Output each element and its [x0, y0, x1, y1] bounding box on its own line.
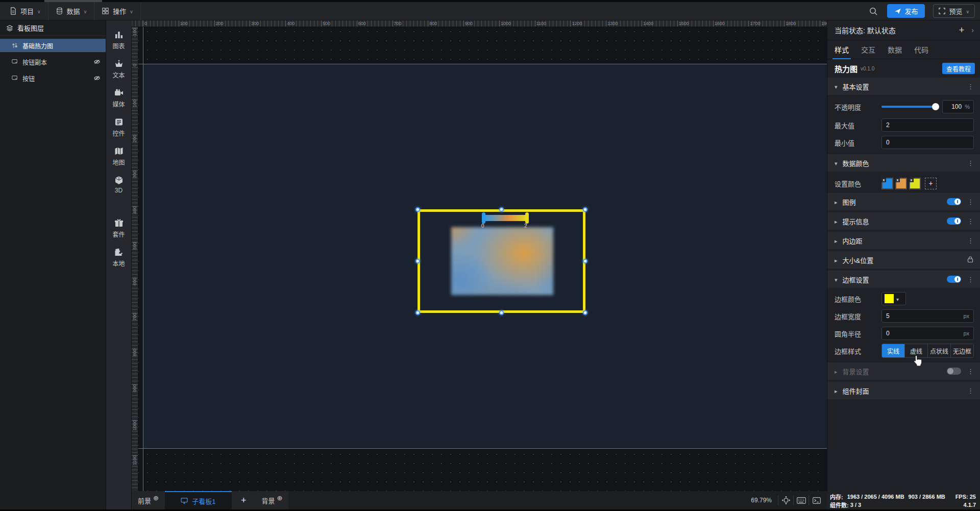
tab-data[interactable]: 数据: [888, 40, 902, 59]
eye-off-icon[interactable]: [93, 58, 101, 65]
fit-screen-icon[interactable]: [778, 495, 793, 505]
lock-icon[interactable]: [967, 256, 974, 264]
kebab-menu-icon[interactable]: [967, 368, 974, 375]
tutorial-button[interactable]: 查看教程: [942, 63, 975, 74]
section-padding[interactable]: 内边距: [827, 232, 980, 249]
toolbar-item-widgets[interactable]: 控件: [106, 113, 132, 142]
tooltip-toggle[interactable]: [947, 217, 961, 225]
color-swatch-orange[interactable]: x: [895, 178, 907, 189]
console-icon[interactable]: [808, 495, 824, 505]
kebab-menu-icon[interactable]: [967, 237, 974, 245]
toolbar-item-local[interactable]: 本地: [106, 243, 132, 272]
max-value-input[interactable]: 2: [881, 118, 974, 132]
resize-handle-se[interactable]: [583, 310, 587, 315]
swatch-remove-badge[interactable]: x: [881, 178, 886, 182]
section-tooltip[interactable]: 提示信息: [827, 212, 980, 230]
tab-style[interactable]: 样式: [835, 40, 849, 59]
opacity-row: 不透明度 100 %: [827, 97, 980, 116]
background-toggle[interactable]: [947, 368, 961, 375]
toolbar-item-map[interactable]: 地图: [106, 142, 132, 171]
layer-item-heatmap[interactable]: 基础热力图: [0, 39, 106, 52]
border-style-dashed[interactable]: 虚线: [904, 344, 927, 357]
resize-handle-ne[interactable]: [583, 207, 587, 212]
publish-button[interactable]: 发布: [887, 4, 925, 18]
border-style-row: 边框样式 实线 虚线 点状线 无边框: [827, 342, 980, 359]
color-swatch-yellow[interactable]: x: [909, 178, 921, 189]
resize-handle-sw[interactable]: [415, 310, 420, 315]
toolbar-item-3d[interactable]: 3D: [106, 171, 132, 199]
opacity-input[interactable]: 100 %: [942, 100, 974, 113]
toolbar-item-media[interactable]: 媒体: [106, 84, 132, 113]
selected-heatmap-component[interactable]: 0 2: [418, 209, 585, 313]
border-radius-input[interactable]: 0 px: [881, 327, 974, 340]
add-state-button[interactable]: +: [959, 25, 965, 36]
eye-off-icon[interactable]: [93, 75, 101, 82]
keyboard-shortcuts-icon[interactable]: [793, 495, 808, 505]
section-background-settings[interactable]: 背景设置: [827, 362, 980, 380]
kebab-menu-icon[interactable]: [967, 159, 974, 167]
border-style-dotted[interactable]: 点状线: [927, 344, 950, 357]
resize-handle-e[interactable]: [583, 259, 587, 263]
resize-handle-nw[interactable]: [415, 207, 420, 212]
preview-button[interactable]: 预览: [933, 4, 975, 18]
search-icon[interactable]: [868, 6, 879, 17]
add-color-button[interactable]: +: [925, 178, 937, 189]
border-color-row: 边框颜色: [827, 290, 980, 307]
slider-knob[interactable]: [932, 103, 939, 110]
menu-actions[interactable]: 操作: [94, 2, 141, 20]
section-basic-settings[interactable]: 基本设置: [827, 78, 980, 95]
border-width-input[interactable]: 5 px: [881, 309, 974, 323]
toolbar-item-label: 控件: [112, 129, 125, 137]
video-camera-icon: [114, 88, 124, 98]
color-swatch-blue[interactable]: x: [881, 178, 893, 189]
section-component-cover[interactable]: 组件封面: [827, 382, 980, 399]
toolbar-item-kits[interactable]: 套件: [106, 214, 132, 243]
layer-item-button-copy[interactable]: 按钮副本: [0, 55, 106, 68]
section-data-colors[interactable]: 数据颜色: [827, 154, 980, 172]
chevron-down-icon: [130, 7, 133, 15]
memory-value-2: 903 / 2866 MB: [909, 494, 945, 500]
toolbar-item-text[interactable]: 文本: [106, 55, 132, 84]
border-toggle[interactable]: [947, 276, 961, 283]
resize-handle-n[interactable]: [499, 207, 504, 212]
opacity-unit: %: [965, 104, 970, 110]
tab-sub-dashboard[interactable]: 子看板1: [165, 491, 232, 509]
border-style-none[interactable]: 无边框: [950, 344, 973, 357]
swatch-remove-badge[interactable]: x: [909, 178, 914, 182]
kebab-menu-icon[interactable]: [967, 198, 974, 206]
menu-project[interactable]: 项目: [0, 2, 48, 20]
resize-handle-s[interactable]: [499, 310, 504, 315]
section-size-position[interactable]: 大小&位置: [827, 251, 980, 269]
layer-item-button[interactable]: 按钮: [0, 71, 106, 85]
toolbar-item-charts[interactable]: 图表: [106, 26, 132, 55]
kebab-menu-icon[interactable]: [967, 83, 974, 90]
section-legend[interactable]: 图例: [827, 193, 980, 210]
chevron-right-icon[interactable]: ›: [971, 26, 974, 34]
border-style-solid[interactable]: 实线: [882, 344, 904, 357]
menu-data[interactable]: 数据: [48, 2, 95, 20]
circle-plus-icon[interactable]: ⊕: [153, 494, 159, 502]
kebab-menu-icon[interactable]: [967, 217, 974, 225]
border-width-label: 边框宽度: [835, 311, 881, 321]
min-value-input[interactable]: 0: [881, 136, 974, 149]
design-canvas[interactable]: 0100200300400500600700800900100011001200…: [132, 20, 827, 491]
kebab-menu-icon[interactable]: [967, 276, 974, 283]
section-border-settings[interactable]: 边框设置: [827, 271, 980, 288]
tab-interaction[interactable]: 交互: [861, 40, 875, 59]
circle-plus-icon[interactable]: ⊕: [277, 494, 282, 502]
tab-code[interactable]: 代码: [914, 40, 928, 59]
caret-right-icon: [835, 217, 843, 225]
ruler-label: 600: [357, 21, 366, 26]
resize-handle-w[interactable]: [415, 259, 420, 263]
legend-toggle[interactable]: [947, 198, 961, 205]
opacity-slider[interactable]: [881, 106, 938, 108]
canvas-bottom-bar: 前景 ⊕ 子看板1 + 背景 ⊕ 69.79%: [132, 491, 827, 509]
background-button[interactable]: 背景 ⊕: [255, 491, 288, 509]
foreground-button[interactable]: 前景 ⊕: [132, 491, 165, 509]
swatch-remove-badge[interactable]: x: [895, 178, 900, 182]
add-dashboard-button[interactable]: +: [232, 491, 256, 509]
fps-label: FPS:: [955, 494, 968, 500]
border-color-picker[interactable]: [881, 292, 906, 305]
zoom-level[interactable]: 69.79%: [751, 497, 778, 504]
kebab-menu-icon[interactable]: [967, 387, 974, 395]
